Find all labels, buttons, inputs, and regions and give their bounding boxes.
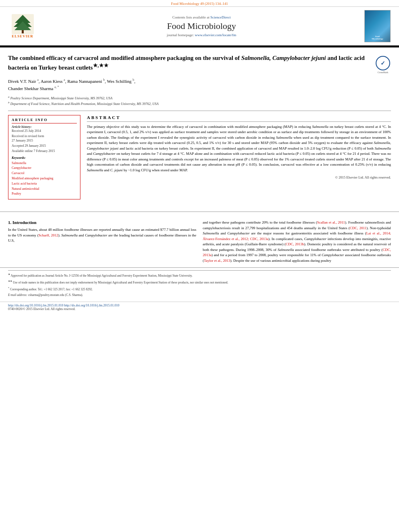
abstract-text: The primary objective of this study was … — [87, 124, 391, 173]
left-col: ARTICLE INFO Article history: Received 2… — [8, 115, 80, 204]
journal-title: Food Microbiology — [43, 21, 360, 31]
two-col-section: ARTICLE INFO Article history: Received 2… — [8, 111, 391, 204]
keywords-section: Keywords: Salmonella Campylobacter Carva… — [12, 156, 77, 197]
footnotes-section: ★ Approved for publication as Journal Ar… — [0, 267, 399, 302]
footnote-email: E-mail address: csharma@poultry.msstate.… — [8, 293, 391, 297]
article-title-section: The combined efficacy of carvacrol and m… — [8, 54, 391, 74]
keyword-carvacrol: Carvacrol — [12, 171, 77, 176]
header-center: Contents lists available at ScienceDirec… — [43, 15, 360, 37]
email-link[interactable]: csharma@poultry.msstate.edu — [28, 293, 64, 297]
revised-row: Received in revised form27 January 2015 — [12, 134, 77, 143]
crossmark-badge: CrossMark — [375, 54, 391, 74]
right-col: ABSTRACT The primary objective of this s… — [87, 115, 391, 204]
article-title: The combined efficacy of carvacrol and m… — [8, 54, 371, 72]
article-info-box: ARTICLE INFO Article history: Received 2… — [8, 115, 80, 200]
taylor-link[interactable]: Taylor et al., 2013 — [204, 259, 230, 263]
article-info-title: ARTICLE INFO — [12, 118, 77, 123]
keywords-list: Salmonella Campylobacter Carvacrol Modif… — [12, 161, 77, 197]
page-header: ELSEVIER Contents lists available at Sci… — [0, 7, 399, 46]
affiliation-a: a Poultry Science Department, Mississipp… — [8, 95, 391, 101]
abstract-title: ABSTRACT — [87, 115, 391, 122]
crossmark-icon — [376, 56, 390, 70]
bottom-right: and together these pathogens contribute … — [203, 220, 391, 263]
footnote-1: ★ Approved for publication as Journal Ar… — [8, 273, 391, 278]
keyword-lab: Lactic acid bacteria — [12, 181, 77, 187]
footnote-2: ★★ Use of trade names in this publicatio… — [8, 279, 391, 285]
journal-bar: Food Microbiology 49 (2015) 134–141 — [0, 0, 399, 7]
journal-cover: FoodMicrobiology — [364, 10, 393, 42]
bottom-left: 1. Introduction In the United States, ab… — [8, 220, 196, 263]
doi-link[interactable]: http://dx.doi.org/10.1016/j.fm.2015.01.0… — [8, 304, 391, 307]
scharff-link[interactable]: Scharff, 2012 — [39, 233, 58, 237]
online-row: Available online 7 February 2015 — [12, 149, 77, 153]
journal-cover-image: FoodMicrobiology — [364, 10, 391, 42]
contents-line: Contents lists available at ScienceDirec… — [43, 15, 360, 19]
keyword-natural: Natural antimicrobial — [12, 187, 77, 192]
received-row: Received 25 July 2014 — [12, 129, 77, 133]
intro-right-text: and together these pathogens contribute … — [203, 220, 391, 263]
elsevier-logo: ELSEVIER — [6, 14, 39, 38]
affiliations: a Poultry Science Department, Mississipp… — [8, 95, 391, 107]
article-main: The combined efficacy of carvacrol and m… — [0, 47, 399, 207]
elsevier-text: ELSEVIER — [12, 34, 33, 38]
bottom-two-col: 1. Introduction In the United States, ab… — [0, 216, 399, 267]
issn-line: 0740-0020/© 2015 Elsevier Ltd. All right… — [8, 307, 391, 311]
doi-text: http://dx.doi.org/10.1016/j.fm.2015.01.0… — [64, 304, 119, 307]
sciencedirect-link[interactable]: ScienceDirect — [210, 15, 230, 19]
keyword-salmonella: Salmonella — [12, 161, 77, 166]
article-title-text: The combined efficacy of carvacrol and m… — [8, 54, 371, 74]
keyword-map: Modified atmosphere packaging — [12, 176, 77, 181]
keyword-poultry: Poultry — [12, 191, 77, 197]
author-list: Divek V.T. Nair a, Aaron Kiess a, Rama N… — [8, 79, 136, 91]
cdc2011-link[interactable]: CDC, 2011 — [350, 226, 367, 230]
article-history: Article history: Received 25 July 2014 R… — [12, 125, 77, 154]
history-title: Article history: — [12, 125, 77, 129]
accepted-row: Accepted 29 January 2015 — [12, 144, 77, 148]
intro-left-text: In the United States, about 48 million f… — [8, 227, 196, 244]
section-divider — [0, 212, 399, 212]
cdc2013a-link[interactable]: CDC, 2013a — [203, 248, 391, 257]
bottom-bar: http://dx.doi.org/10.1016/j.fm.2015.01.0… — [0, 302, 399, 312]
cdc2013b-link[interactable]: CDC, 2013b — [286, 242, 304, 246]
keyword-campylobacter: Campylobacter — [12, 166, 77, 171]
affiliation-b: b Department of Food Science, Nutrition … — [8, 101, 391, 107]
copyright: © 2015 Elsevier Ltd. All rights reserved… — [87, 175, 391, 179]
crossmark-label: CrossMark — [376, 71, 390, 74]
intro-heading: 1. Introduction — [8, 220, 196, 225]
authors: Divek V.T. Nair a, Aaron Kiess a, Rama N… — [8, 78, 391, 92]
keywords-title: Keywords: — [12, 156, 77, 160]
homepage-line: journal homepage: www.elsevier.com/locat… — [43, 33, 360, 37]
footnote-3: * Corresponding author. Tel.: +1 662 325… — [8, 286, 391, 292]
homepage-link[interactable]: www.elsevier.com/locate/fm — [195, 33, 236, 37]
journal-citation: Food Microbiology 49 (2015) 134–141 — [171, 2, 228, 6]
scallan-link[interactable]: Scallan et al., 2011 — [317, 220, 345, 224]
abstract-section: ABSTRACT The primary objective of this s… — [87, 115, 391, 180]
